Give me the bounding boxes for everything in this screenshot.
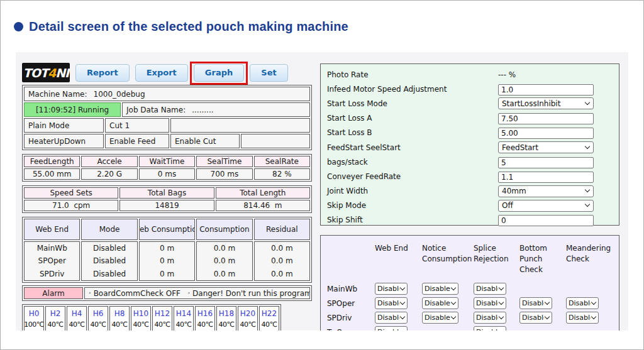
heater-id: H18 [219, 308, 234, 319]
heater-updown-cell: HeaterUpDown [24, 134, 104, 148]
mainwb-splice-select[interactable]: Disable [474, 283, 506, 295]
select-value: Disable [569, 299, 591, 307]
mainwb-notice-select[interactable]: Disabled [422, 283, 458, 295]
col-header: SealTime [196, 156, 252, 167]
select-value: Disable [377, 299, 399, 307]
heater-temp: 40℃ [91, 319, 106, 331]
alarm-table: Alarm · BoardCommCheck OFF · Danger! Don… [22, 285, 312, 301]
status-row: [11:09:52] Running Job Data Name: ......… [24, 102, 310, 117]
start-loss-mode-select[interactable]: StartLossInhibit [498, 97, 594, 109]
options-row-mainwb: MainWb Disable Disabled Disable [327, 282, 619, 296]
skip-mode-select[interactable]: Off [498, 200, 594, 212]
heater-temp: 40℃ [133, 319, 149, 331]
mode-empty-cell [170, 118, 310, 133]
heater-strip: H0100℃100℃ H240℃40℃ H440℃40℃ H640℃40℃ H8… [22, 304, 281, 331]
tpoper-splice-select[interactable]: Disable [474, 326, 506, 331]
heater-cell: H840℃40℃ [109, 306, 130, 331]
col-header: Speed Sets [24, 187, 118, 199]
web-name: SPOper [38, 254, 66, 267]
setting-label: FeedStart SeelStart [327, 143, 498, 152]
spoper-bottompunch-select[interactable]: Disable [519, 297, 552, 309]
heater-id: H6 [93, 308, 104, 319]
heater-cell: H640℃40℃ [88, 306, 108, 331]
col-header: SealRate [254, 156, 310, 167]
infeed-speed-input[interactable] [498, 84, 594, 96]
select-value: Disable [569, 314, 591, 322]
spdriv-meandering-select[interactable]: Disable [566, 312, 599, 324]
select-value: Disable [476, 328, 498, 331]
graph-button[interactable]: Graph [194, 64, 244, 82]
heater-temp: 40℃ [69, 319, 85, 331]
conveyer-feedrate-input[interactable] [498, 172, 594, 183]
heater-temp: 100℃ [24, 319, 43, 331]
select-value: Disabled [425, 299, 450, 307]
select-value: StartLossInhibit [502, 99, 583, 108]
enable-cut-cell: Enable Cut [170, 134, 240, 148]
select-value: Disable [522, 299, 544, 307]
residual-value: 0.0 m [271, 242, 293, 254]
setting-label: Joint Width [327, 187, 498, 195]
start-loss-b-input[interactable] [498, 128, 594, 139]
heater-temp: 40℃ [197, 319, 213, 331]
heater-id: H2 [50, 308, 61, 319]
heater-id: H14 [176, 308, 191, 319]
select-value: 40mm [502, 187, 583, 195]
spdriv-webend-select[interactable]: Disable [375, 312, 408, 324]
bags-stack-input[interactable] [498, 157, 594, 168]
export-button[interactable]: Export [135, 64, 188, 82]
speed-totals-table: Speed Sets Total Bags Total Length 71.0 … [22, 185, 312, 213]
feedstart-seelstart-select[interactable]: FeedStart [498, 141, 594, 153]
machine-info-table: Machine Name: 1000_0debug [11:09:52] Run… [22, 85, 312, 150]
setting-row-photo-rate: Photo Rate --- % [327, 67, 594, 82]
spdriv-splice-select[interactable]: Disable [474, 312, 506, 324]
report-button[interactable]: Report [75, 64, 130, 82]
toolbar: TOT4NI Report Export Graph Set [22, 63, 312, 82]
spoper-webend-select[interactable]: Disable [375, 297, 408, 309]
spoper-meandering-select[interactable]: Disable [566, 297, 599, 309]
machine-name-cell: Machine Name: 1000_0debug [24, 87, 310, 101]
setting-row-conveyer-feedrate: Conveyer FeedRate [327, 169, 594, 183]
select-value: Disable [377, 285, 399, 293]
col-header: Meandering Check [566, 243, 618, 265]
chevron-down-icon [545, 299, 550, 304]
total-length-value: 814.46 m [216, 200, 310, 211]
job-data-cell: Job Data Name: ......... [122, 102, 310, 117]
joint-width-select[interactable]: 40mm [498, 185, 594, 197]
machine-name-value: 1000_0debug [94, 90, 145, 99]
tpoper-webend-select[interactable]: Disable [375, 326, 408, 331]
residual-column: 0.0 m 0.0 m 0.0 m [254, 241, 310, 281]
chevron-down-icon [499, 285, 504, 290]
chevron-down-icon [400, 328, 405, 331]
spdriv-bottompunch-select[interactable]: Disable [519, 312, 552, 324]
select-value: Disable [476, 314, 498, 322]
col-header: FeedLength [24, 156, 80, 167]
col-header: Consumption [196, 219, 252, 240]
chevron-down-icon [591, 314, 596, 319]
web-consumption-value: 0 m [160, 268, 174, 280]
heater-temp: 40℃ [155, 319, 170, 331]
chevron-down-icon [499, 328, 504, 331]
setting-label: Conveyer FeedRate [327, 172, 498, 181]
detail-screen-page: Detail screen of the selected pouch maki… [0, 0, 644, 350]
heater-cell: H1440℃40℃ [174, 306, 194, 331]
row-label: TpOper [327, 328, 375, 331]
select-value: Disabled [425, 285, 450, 293]
setting-label: Start Loss B [327, 128, 498, 137]
option-row: HeaterUpDown Enable Feed Enable Cut [24, 134, 310, 148]
col-header: Bottom Punch Check [519, 243, 566, 275]
select-value: Disable [522, 314, 544, 322]
heater-temp: 40℃ [262, 319, 277, 331]
chevron-down-icon [451, 299, 456, 304]
spoper-splice-select[interactable]: Disable [474, 297, 506, 309]
start-loss-a-input[interactable] [498, 113, 594, 124]
mainwb-webend-select[interactable]: Disable [375, 283, 408, 295]
spdriv-notice-select[interactable]: Disabled [422, 312, 458, 324]
set-button[interactable]: Set [250, 64, 287, 82]
logo-part: TOT [23, 66, 48, 80]
web-name: SPDriv [40, 268, 64, 280]
logo-part: 4 [48, 66, 55, 80]
setting-row-feedstart: FeedStart SeelStart FeedStart [327, 140, 594, 155]
skip-shift-input[interactable] [498, 215, 594, 226]
spoper-notice-select[interactable]: Disabled [422, 297, 458, 309]
consumption-value: 0.0 m [214, 242, 236, 254]
